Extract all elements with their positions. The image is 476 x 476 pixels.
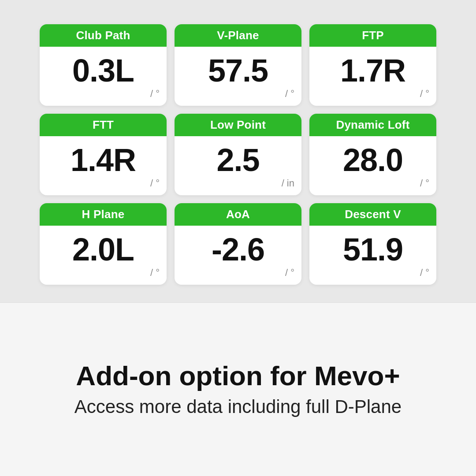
- card-club-path: Club Path0.3L/ °: [40, 24, 167, 106]
- card-body-dynamic-loft: 28.0/ °: [309, 136, 436, 195]
- card-label-club-path: Club Path: [47, 29, 160, 42]
- card-unit-aoa: / °: [285, 267, 294, 279]
- card-low-point: Low Point2.5/ in: [175, 114, 301, 195]
- card-unit-descent-v: / °: [420, 267, 429, 279]
- top-section: Club Path0.3L/ °V-Plane57.5/ °FTP1.7R/ °…: [0, 0, 476, 302]
- card-body-ftp: 1.7R/ °: [309, 47, 436, 106]
- card-value-v-plane: 57.5: [208, 55, 268, 86]
- card-h-plane: H Plane2.0L/ °: [40, 203, 167, 285]
- card-header-low-point: Low Point: [175, 114, 301, 136]
- card-header-club-path: Club Path: [40, 24, 167, 47]
- footer-title: Add-on option for Mevo+: [76, 360, 400, 391]
- card-aoa: AoA-2.6/ °: [175, 203, 301, 285]
- card-header-ftt: FTT: [40, 114, 167, 136]
- card-label-ftp: FTP: [316, 29, 429, 42]
- card-body-aoa: -2.6/ °: [175, 226, 301, 285]
- card-label-low-point: Low Point: [182, 118, 294, 132]
- card-unit-v-plane: / °: [285, 88, 294, 100]
- card-body-club-path: 0.3L/ °: [40, 47, 167, 106]
- card-header-dynamic-loft: Dynamic Loft: [309, 114, 436, 136]
- card-unit-club-path: / °: [150, 88, 160, 100]
- card-body-ftt: 1.4R/ °: [40, 136, 167, 195]
- card-body-h-plane: 2.0L/ °: [40, 226, 167, 285]
- card-label-dynamic-loft: Dynamic Loft: [316, 118, 429, 132]
- card-value-ftp: 1.7R: [340, 55, 405, 86]
- card-label-h-plane: H Plane: [47, 208, 160, 221]
- card-ftt: FTT1.4R/ °: [40, 114, 167, 195]
- card-descent-v: Descent V51.9/ °: [309, 203, 436, 285]
- card-unit-h-plane: / °: [150, 267, 160, 279]
- metrics-grid: Club Path0.3L/ °V-Plane57.5/ °FTP1.7R/ °…: [40, 24, 436, 285]
- card-value-ftt: 1.4R: [71, 144, 136, 176]
- card-value-descent-v: 51.9: [343, 234, 403, 265]
- card-value-h-plane: 2.0L: [72, 234, 134, 265]
- card-ftp: FTP1.7R/ °: [309, 24, 436, 106]
- card-dynamic-loft: Dynamic Loft28.0/ °: [309, 114, 436, 195]
- card-v-plane: V-Plane57.5/ °: [175, 24, 301, 106]
- card-value-low-point: 2.5: [216, 144, 259, 176]
- card-header-h-plane: H Plane: [40, 203, 167, 226]
- card-unit-dynamic-loft: / °: [420, 178, 429, 189]
- card-label-aoa: AoA: [182, 208, 294, 221]
- card-unit-ftt: / °: [150, 178, 160, 189]
- card-label-descent-v: Descent V: [316, 208, 429, 221]
- card-label-v-plane: V-Plane: [182, 29, 294, 42]
- card-header-v-plane: V-Plane: [175, 24, 301, 47]
- card-unit-ftp: / °: [420, 88, 429, 100]
- footer-subtitle: Access more data including full D-Plane: [74, 395, 402, 419]
- bottom-section: Add-on option for Mevo+ Access more data…: [0, 302, 476, 476]
- card-body-low-point: 2.5/ in: [175, 136, 301, 195]
- card-value-dynamic-loft: 28.0: [343, 144, 403, 176]
- card-body-v-plane: 57.5/ °: [175, 47, 301, 106]
- card-header-ftp: FTP: [309, 24, 436, 47]
- card-header-aoa: AoA: [175, 203, 301, 226]
- card-value-aoa: -2.6: [212, 234, 264, 265]
- card-value-club-path: 0.3L: [72, 55, 134, 86]
- card-label-ftt: FTT: [47, 118, 160, 132]
- card-unit-low-point: / in: [282, 178, 294, 189]
- card-body-descent-v: 51.9/ °: [309, 226, 436, 285]
- card-header-descent-v: Descent V: [309, 203, 436, 226]
